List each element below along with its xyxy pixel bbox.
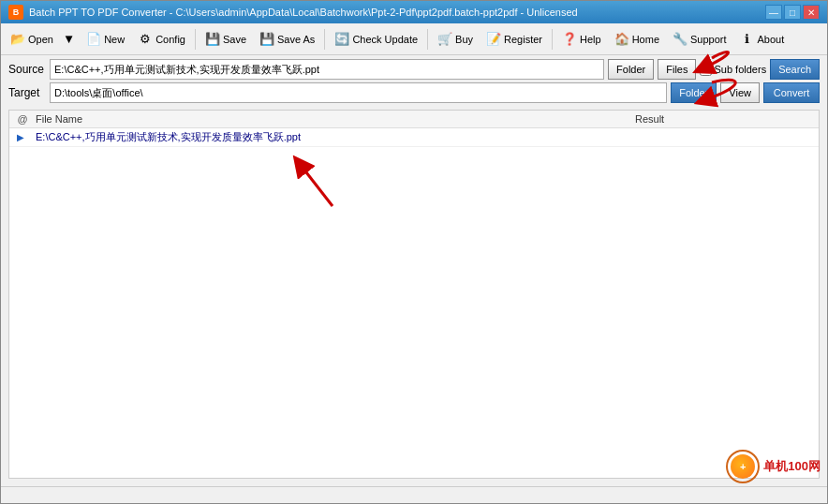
source-input[interactable] bbox=[50, 59, 604, 80]
form-area: Source Folder Files Sub folders Search T… bbox=[1, 55, 827, 110]
source-label: Source bbox=[8, 63, 46, 76]
config-icon: ⚙ bbox=[138, 32, 153, 47]
support-icon: 🔧 bbox=[673, 32, 688, 47]
source-row: Source Folder Files Sub folders Search bbox=[8, 59, 820, 80]
window-title: Batch PPT TO PDF Converter - C:\Users\ad… bbox=[29, 7, 578, 18]
toolbar-separator-3 bbox=[427, 29, 428, 50]
config-button[interactable]: ⚙ Config bbox=[132, 27, 191, 52]
subfolders-label: Sub folders bbox=[700, 64, 766, 76]
main-window: B Batch PPT TO PDF Converter - C:\Users\… bbox=[0, 0, 828, 504]
logo-outer-ring bbox=[726, 450, 760, 483]
table-body: ▶ E:\C&C++,巧用单元测试新技术,实现开发质量效率飞跃.ppt bbox=[9, 128, 819, 478]
open-button-group: 📂 Open ▼ bbox=[5, 27, 79, 52]
minimize-button[interactable]: — bbox=[765, 5, 782, 20]
row-expand-icon[interactable]: ▶ bbox=[9, 132, 32, 142]
new-icon: 📄 bbox=[86, 32, 101, 47]
save-button[interactable]: 💾 Save bbox=[200, 27, 252, 52]
toolbar-separator-1 bbox=[195, 29, 196, 50]
row-filename: E:\C&C++,巧用单元测试新技术,实现开发质量效率飞跃.ppt bbox=[32, 130, 631, 144]
help-icon: ❓ bbox=[562, 32, 577, 47]
title-bar-left: B Batch PPT TO PDF Converter - C:\Users\… bbox=[8, 5, 578, 20]
target-input[interactable] bbox=[50, 82, 667, 103]
toolbar-separator-4 bbox=[552, 29, 553, 50]
support-button[interactable]: 🔧 Support bbox=[667, 27, 732, 52]
subfolders-checkbox[interactable] bbox=[700, 64, 712, 76]
table-col-filename: File Name bbox=[32, 113, 631, 125]
toolbar: 📂 Open ▼ 📄 New ⚙ Config 💾 Save 💾 Save As… bbox=[1, 23, 827, 55]
watermark-text: 单机100网 bbox=[763, 458, 821, 475]
source-files-button[interactable]: Files bbox=[658, 59, 696, 80]
buy-icon: 🛒 bbox=[437, 32, 452, 47]
convert-button[interactable]: Convert bbox=[763, 82, 820, 103]
open-dropdown-arrow[interactable]: ▼ bbox=[59, 27, 79, 52]
table-row[interactable]: ▶ E:\C&C++,巧用单元测试新技术,实现开发质量效率飞跃.ppt bbox=[9, 128, 819, 147]
buy-button[interactable]: 🛒 Buy bbox=[432, 27, 479, 52]
home-button[interactable]: 🏠 Home bbox=[609, 27, 665, 52]
check-update-button[interactable]: 🔄 Check Update bbox=[329, 27, 423, 52]
close-button[interactable]: ✕ bbox=[803, 5, 820, 20]
open-button[interactable]: 📂 Open bbox=[5, 27, 59, 52]
title-bar: B Batch PPT TO PDF Converter - C:\Users\… bbox=[1, 1, 827, 23]
watermark: + 单机100网 bbox=[726, 450, 821, 483]
toolbar-separator-2 bbox=[324, 29, 325, 50]
title-bar-controls: — □ ✕ bbox=[765, 5, 820, 20]
home-icon: 🏠 bbox=[614, 32, 629, 47]
app-icon: B bbox=[8, 5, 23, 20]
help-button[interactable]: ❓ Help bbox=[556, 27, 607, 52]
open-icon: 📂 bbox=[10, 32, 25, 47]
target-folder-button[interactable]: Folder bbox=[671, 82, 717, 103]
register-icon: 📝 bbox=[486, 32, 501, 47]
save-icon: 💾 bbox=[205, 32, 220, 47]
new-button[interactable]: 📄 New bbox=[81, 27, 130, 52]
search-button[interactable]: Search bbox=[770, 59, 820, 80]
target-view-button[interactable]: View bbox=[720, 82, 760, 103]
file-list-area: @ File Name Result ▶ E:\C&C++,巧用单元测试新技术,… bbox=[8, 110, 820, 479]
register-button[interactable]: 📝 Register bbox=[481, 27, 548, 52]
table-header: @ File Name Result bbox=[9, 111, 819, 128]
logo: + bbox=[726, 450, 760, 483]
table-col-result: Result bbox=[631, 113, 819, 125]
table-col-icon: @ bbox=[9, 113, 32, 125]
maximize-button[interactable]: □ bbox=[784, 5, 801, 20]
target-label: Target bbox=[8, 86, 46, 99]
save-as-button[interactable]: 💾 Save As bbox=[254, 27, 320, 52]
target-row: Target Folder View Convert bbox=[8, 82, 820, 103]
about-button[interactable]: ℹ About bbox=[734, 27, 791, 52]
check-update-icon: 🔄 bbox=[334, 32, 349, 47]
save-as-icon: 💾 bbox=[259, 32, 274, 47]
source-folder-button[interactable]: Folder bbox=[608, 59, 654, 80]
status-bar bbox=[1, 486, 827, 503]
about-icon: ℹ bbox=[740, 32, 755, 47]
